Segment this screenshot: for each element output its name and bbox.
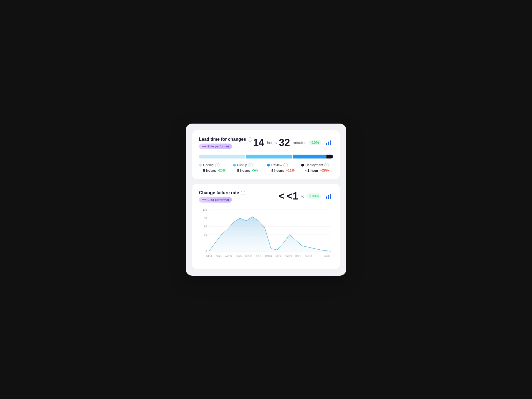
stage-deployment-metrics: <1 hour +28% xyxy=(301,168,333,173)
lead-time-title-text: Lead time for changes xyxy=(199,137,246,142)
lead-time-minutes-label: minutes xyxy=(293,140,306,145)
lead-time-title-group: Lead time for changes i Elite performer xyxy=(199,137,252,149)
lead-time-metrics-right: 14 hours 32 minutes -10% xyxy=(253,137,333,149)
bar-coding xyxy=(199,155,245,158)
stage-deployment-name: Deployment xyxy=(305,163,323,167)
cfr-badge-text: Elite performer xyxy=(208,198,229,201)
svg-text:Sep 5: Sep 5 xyxy=(236,254,242,257)
lead-time-chart-icon[interactable] xyxy=(324,138,333,147)
stage-review-metrics: 4 hours +11% xyxy=(267,168,299,173)
lead-time-panel: Lead time for changes i Elite performer … xyxy=(192,130,340,179)
cfr-lt-symbol: < xyxy=(279,190,285,202)
svg-text:Nov 21: Nov 21 xyxy=(285,254,292,257)
svg-text:Dec 5: Dec 5 xyxy=(295,254,301,257)
progress-bar xyxy=(199,155,333,158)
svg-text:30: 30 xyxy=(204,233,207,236)
stage-review-label-row: Review i xyxy=(267,163,299,167)
cfr-title-text: Change failure rate xyxy=(199,190,239,195)
stage-pickup-label-row: Pickup i xyxy=(233,163,265,167)
svg-text:60: 60 xyxy=(204,225,207,228)
svg-text:90: 90 xyxy=(204,216,207,220)
stage-coding-time: 5 hours xyxy=(203,168,216,173)
svg-text:Oct 24: Oct 24 xyxy=(265,254,272,257)
cfr-info-icon[interactable]: i xyxy=(241,191,245,195)
cfr-elite-badge: Elite performer xyxy=(199,197,232,203)
bar-review xyxy=(293,155,326,158)
cfr-area-fill xyxy=(209,217,331,251)
stage-pickup-pct: -5% xyxy=(252,168,258,172)
stage-coding-dot xyxy=(199,164,202,167)
cfr-chart-svg: 120 90 60 30 0 Jul 18 Aug 1 Aug 22 xyxy=(199,207,333,262)
cfr-chart-icon[interactable] xyxy=(324,192,333,201)
svg-text:Aug 1: Aug 1 xyxy=(216,254,222,257)
svg-text:Jul 18: Jul 18 xyxy=(206,254,212,257)
stage-pickup-name: Pickup xyxy=(237,163,247,167)
bar-deployment xyxy=(326,155,333,158)
stage-pickup-time: 5 hours xyxy=(237,168,250,173)
cfr-metrics-right: < <1 % -100% xyxy=(279,190,333,202)
stage-deployment-label-row: Deployment i xyxy=(301,163,333,167)
stage-pickup-dot xyxy=(233,164,236,167)
svg-text:Dec 19: Dec 19 xyxy=(305,254,312,257)
lead-time-badge-text: Elite performer xyxy=(208,145,229,148)
stage-deployment-time: <1 hour xyxy=(305,168,318,173)
cfr-header: Change failure rate i Elite performer < … xyxy=(199,190,333,203)
stage-deployment-dot xyxy=(301,164,304,167)
stage-pickup: Pickup i 5 hours -5% xyxy=(233,163,265,173)
lead-time-minutes-value: 32 xyxy=(279,137,290,149)
cfr-metric-group: < <1 % -100% xyxy=(279,190,321,202)
stage-review: Review i 4 hours +11% xyxy=(267,163,299,173)
svg-rect-5 xyxy=(330,194,331,199)
svg-text:120: 120 xyxy=(203,208,207,211)
svg-text:Oct 3: Oct 3 xyxy=(256,254,261,257)
svg-rect-1 xyxy=(328,142,329,145)
lead-time-title: Lead time for changes i xyxy=(199,137,252,142)
stage-review-dot xyxy=(267,164,270,167)
stage-coding-pct: -25% xyxy=(218,168,226,172)
stage-coding-label-row: Coding i xyxy=(199,163,231,167)
stage-deployment: Deployment i <1 hour +28% xyxy=(301,163,333,173)
bar-pickup xyxy=(246,155,292,158)
cfr-chart-area: 120 90 60 30 0 Jul 18 Aug 1 Aug 22 xyxy=(199,207,333,262)
cfr-title: Change failure rate i xyxy=(199,190,245,195)
stage-review-info[interactable]: i xyxy=(283,163,288,167)
stage-pickup-info[interactable]: i xyxy=(249,163,253,167)
lead-time-metric-group: 14 hours 32 minutes -10% xyxy=(253,137,321,149)
stage-review-time: 4 hours xyxy=(271,168,284,173)
lead-time-hours-value: 14 xyxy=(253,137,264,149)
stages-grid: Coding i 5 hours -25% Pickup i 5 hours -… xyxy=(199,163,333,173)
svg-text:Sep 19: Sep 19 xyxy=(245,254,252,257)
stage-coding: Coding i 5 hours -25% xyxy=(199,163,231,173)
svg-text:Nov 7: Nov 7 xyxy=(275,254,281,257)
svg-rect-4 xyxy=(328,195,329,199)
lead-time-header: Lead time for changes i Elite performer … xyxy=(199,137,333,149)
svg-rect-2 xyxy=(330,140,331,145)
svg-text:0: 0 xyxy=(206,250,207,253)
stage-coding-metrics: 5 hours -25% xyxy=(199,168,231,173)
stage-coding-name: Coding xyxy=(203,163,214,167)
svg-text:Jan 8: Jan 8 xyxy=(324,254,330,257)
main-container: Lead time for changes i Elite performer … xyxy=(186,124,346,276)
svg-rect-0 xyxy=(326,143,327,145)
progress-section xyxy=(199,155,333,158)
lead-time-elite-badge: Elite performer xyxy=(199,144,232,149)
svg-text:Aug 22: Aug 22 xyxy=(225,254,232,257)
cfr-value: <1 xyxy=(287,190,298,202)
stage-deployment-pct: +28% xyxy=(320,168,329,172)
cfr-unit: % xyxy=(301,194,304,198)
stage-review-name: Review xyxy=(271,163,282,167)
stage-deployment-info[interactable]: i xyxy=(324,163,329,167)
stage-coding-info[interactable]: i xyxy=(215,163,219,167)
cfr-change: -100% xyxy=(306,193,321,199)
cfr-panel: Change failure rate i Elite performer < … xyxy=(192,184,340,269)
stage-review-pct: +11% xyxy=(286,168,295,172)
lead-time-hours-label: hours xyxy=(267,140,277,145)
lead-time-info-icon[interactable]: i xyxy=(248,137,252,142)
lead-time-change: -10% xyxy=(309,140,321,145)
svg-rect-3 xyxy=(326,196,327,199)
cfr-title-group: Change failure rate i Elite performer xyxy=(199,190,245,203)
stage-pickup-metrics: 5 hours -5% xyxy=(233,168,265,173)
